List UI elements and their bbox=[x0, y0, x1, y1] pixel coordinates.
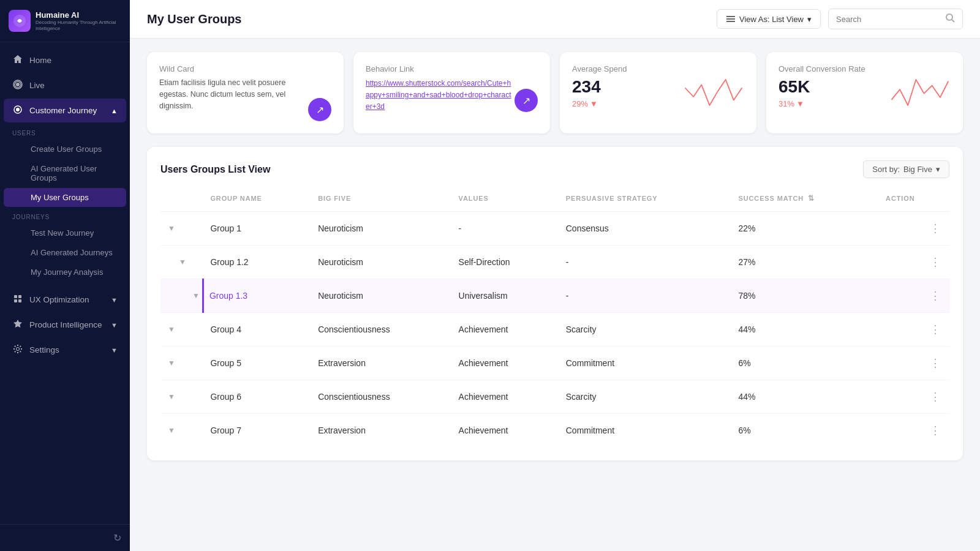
customer-journey-chevron: ▲ bbox=[111, 107, 118, 114]
row-chevron[interactable]: ▼ bbox=[160, 414, 203, 448]
product-chevron: ▼ bbox=[111, 321, 118, 329]
table-header-row: Users Groups List View Sort by: Big Five… bbox=[160, 160, 949, 178]
table-body: ▼ Group 1 Neuroticism - Consensus 22% ⋮ … bbox=[160, 212, 949, 448]
wild-card-card: Wild Card Etiam facilisis ligula nec vel… bbox=[147, 52, 344, 133]
sidebar: Humaine AI Decoding Humanity Through Art… bbox=[0, 0, 130, 551]
table-header: GROUP NAME BIG FIVE VALUES PERSUASIVE ST… bbox=[160, 189, 949, 212]
behavior-link-arrow-btn[interactable]: ↗ bbox=[514, 89, 538, 112]
wild-card-arrow-btn[interactable]: ↗ bbox=[308, 98, 331, 121]
row-success-match: 27% bbox=[731, 246, 878, 279]
row-action: ⋮ bbox=[878, 212, 949, 246]
behavior-link-url[interactable]: https://www.shutterstock.com/search/Cute… bbox=[366, 79, 511, 111]
row-group-name: Group 7 bbox=[203, 414, 311, 448]
sidebar-item-product-intelligence[interactable]: Product Intelligence ▼ bbox=[4, 313, 126, 337]
row-action-menu[interactable]: ⋮ bbox=[930, 323, 942, 335]
sidebar-item-live[interactable]: Live bbox=[4, 73, 126, 97]
wild-card-content: Etiam facilisis ligula nec velit posuere… bbox=[159, 77, 331, 121]
sidebar-item-home[interactable]: Home bbox=[4, 48, 126, 72]
list-view-icon bbox=[726, 14, 736, 24]
logo: Humaine AI Decoding Humanity Through Art… bbox=[0, 0, 130, 42]
sidebar-item-test-new-journey[interactable]: Test New Journey bbox=[4, 223, 126, 242]
row-action-menu[interactable]: ⋮ bbox=[930, 357, 942, 369]
row-group-name: Group 1.2 bbox=[203, 246, 311, 279]
row-chevron[interactable]: ▼ bbox=[160, 279, 203, 313]
col-group-name-label: GROUP NAME bbox=[203, 189, 311, 212]
row-success-match: 78% bbox=[731, 279, 878, 313]
logo-subtext: Decoding Humanity Through Artificial Int… bbox=[36, 20, 121, 31]
row-big-five: Extraversion bbox=[311, 414, 451, 448]
sidebar-item-ux-optimization[interactable]: UX Optimization ▼ bbox=[4, 288, 126, 312]
table-row: ▼ Group 1.2 Neuroticism Self-Direction -… bbox=[160, 246, 949, 279]
row-action-menu[interactable]: ⋮ bbox=[930, 256, 942, 268]
view-as-button[interactable]: View As: List View ▾ bbox=[717, 9, 821, 29]
col-values: VALUES bbox=[451, 189, 559, 212]
row-chevron[interactable]: ▼ bbox=[160, 212, 203, 246]
col-success-match: SUCCESS MATCH ⇅ bbox=[731, 189, 878, 212]
product-icon bbox=[12, 319, 23, 331]
customer-journey-label: Customer Journey bbox=[29, 106, 97, 115]
row-action-menu[interactable]: ⋮ bbox=[930, 290, 942, 302]
behavior-link-content: https://www.shutterstock.com/search/Cute… bbox=[366, 77, 538, 112]
data-table: GROUP NAME BIG FIVE VALUES PERSUASIVE ST… bbox=[160, 189, 949, 447]
row-big-five: Conscientiousness bbox=[311, 313, 451, 347]
conversion-rate-pct-value: 31% bbox=[778, 99, 794, 108]
svg-rect-8 bbox=[18, 299, 21, 302]
row-action: ⋮ bbox=[878, 313, 949, 347]
col-big-five: BIG FIVE bbox=[311, 189, 451, 212]
row-big-five: Neuroticism bbox=[311, 212, 451, 246]
sort-by-button[interactable]: Sort by: Big Five ▾ bbox=[863, 160, 949, 178]
row-action: ⋮ bbox=[878, 414, 949, 448]
table-section: Users Groups List View Sort by: Big Five… bbox=[147, 147, 963, 460]
col-group-name bbox=[160, 189, 203, 212]
sidebar-item-customer-journey[interactable]: Customer Journey ▲ bbox=[4, 99, 126, 122]
ux-icon bbox=[12, 294, 23, 305]
svg-rect-11 bbox=[726, 21, 735, 22]
row-chevron[interactable]: ▼ bbox=[160, 246, 203, 279]
sidebar-item-my-user-groups[interactable]: My User Groups bbox=[4, 188, 126, 207]
wild-card-desc: Etiam facilisis ligula nec velit posuere… bbox=[159, 77, 308, 111]
row-chevron[interactable]: ▼ bbox=[160, 380, 203, 414]
row-action-menu[interactable]: ⋮ bbox=[930, 391, 942, 403]
row-big-five: Neuroticism bbox=[311, 279, 451, 313]
row-group-name: Group 5 bbox=[203, 347, 311, 380]
my-journey-analysis-label: My Journey Analysis bbox=[31, 268, 104, 277]
svg-line-13 bbox=[952, 20, 954, 22]
row-persuasive: Commitment bbox=[559, 347, 731, 380]
row-action-menu[interactable]: ⋮ bbox=[930, 222, 942, 234]
col-action: ACTION bbox=[878, 189, 949, 212]
row-chevron[interactable]: ▼ bbox=[160, 347, 203, 380]
svg-rect-10 bbox=[726, 18, 735, 20]
conversion-rate-content: 65K 31% ▼ bbox=[778, 77, 951, 108]
row-persuasive: Consensus bbox=[559, 212, 731, 246]
sidebar-item-ai-generated-user-groups[interactable]: AI Generated User Groups bbox=[4, 159, 126, 187]
row-success-match: 6% bbox=[731, 347, 878, 380]
row-chevron[interactable]: ▼ bbox=[160, 313, 203, 347]
row-big-five: Extraversion bbox=[311, 347, 451, 380]
row-action: ⋮ bbox=[878, 347, 949, 380]
sidebar-item-ai-generated-journeys[interactable]: AI Generated Journeys bbox=[4, 243, 126, 262]
ai-generated-journeys-label: AI Generated Journeys bbox=[31, 248, 113, 257]
row-action-menu[interactable]: ⋮ bbox=[930, 424, 942, 437]
sort-chevron: ▾ bbox=[936, 165, 940, 174]
sidebar-bottom: ↻ bbox=[0, 524, 130, 551]
svg-point-2 bbox=[16, 83, 20, 86]
svg-point-12 bbox=[946, 14, 952, 20]
main-content: My User Groups View As: List View ▾ bbox=[130, 0, 980, 551]
content-area: Wild Card Etiam facilisis ligula nec vel… bbox=[130, 39, 980, 551]
create-user-groups-label: Create User Groups bbox=[31, 144, 102, 154]
users-section-label: USERS bbox=[0, 124, 130, 139]
row-persuasive: Scarcity bbox=[559, 380, 731, 414]
search-input[interactable] bbox=[836, 15, 941, 24]
sidebar-item-my-journey-analysis[interactable]: My Journey Analysis bbox=[4, 263, 126, 282]
row-success-match: 22% bbox=[731, 212, 878, 246]
sidebar-item-settings[interactable]: Settings ▼ bbox=[4, 338, 126, 362]
conversion-rate-pct: 31% ▼ bbox=[778, 99, 889, 108]
search-box bbox=[828, 9, 963, 29]
row-persuasive: - bbox=[559, 246, 731, 279]
refresh-icon[interactable]: ↻ bbox=[113, 532, 121, 544]
behavior-link-card: Behavior Link https://www.shutterstock.c… bbox=[353, 52, 550, 133]
sidebar-item-create-user-groups[interactable]: Create User Groups bbox=[4, 140, 126, 159]
row-group-name: Group 4 bbox=[203, 313, 311, 347]
logo-text: Humaine AI bbox=[36, 10, 121, 20]
table-head: GROUP NAME BIG FIVE VALUES PERSUASIVE ST… bbox=[160, 189, 949, 212]
